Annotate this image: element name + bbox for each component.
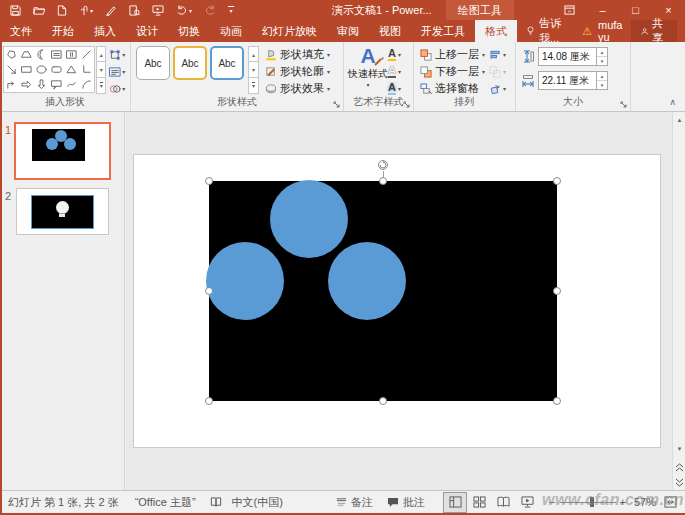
proofing-icon[interactable] [210, 496, 222, 508]
shape-triangle-icon[interactable] [64, 62, 79, 77]
resize-handle-w[interactable] [205, 287, 213, 295]
slide-counter[interactable]: 幻灯片 第 1 张, 共 2 张 [8, 495, 119, 510]
shape-arrow-icon[interactable] [4, 62, 19, 77]
edit-shape-icon[interactable]: ▾ [109, 47, 128, 62]
shape-style-thumb-1[interactable]: Abc [136, 46, 170, 80]
tell-me-box[interactable]: 告诉我... [517, 20, 582, 42]
shape-arrow-right-icon[interactable] [19, 77, 34, 92]
shape-moon-icon[interactable] [34, 47, 49, 62]
black-rectangle-shape[interactable] [209, 181, 557, 401]
height-spinner[interactable]: ▴▾ [596, 48, 607, 65]
shape-rounded-rectangle-icon[interactable] [49, 62, 64, 77]
blue-circle-top[interactable] [270, 180, 348, 258]
shape-width-input[interactable]: 22.11厘米 ▴▾ [538, 71, 608, 90]
print-preview-icon[interactable] [129, 5, 140, 16]
touch-mode-icon[interactable]: ▾ [79, 5, 93, 16]
shape-outline-button[interactable]: 形状轮廓▾ [263, 63, 332, 80]
shape-corner-icon[interactable] [79, 62, 94, 77]
text-effects-button[interactable]: A▾ [388, 80, 401, 96]
style-more-icon[interactable]: ▾ [248, 78, 259, 94]
style-scroll-down-icon[interactable]: ▾ [248, 62, 259, 78]
shape-elbow-connector-icon[interactable] [4, 77, 19, 92]
minimize-icon[interactable]: – [586, 0, 619, 20]
language-indicator[interactable]: 中文(中国) [232, 495, 283, 510]
shape-oval-icon[interactable] [34, 62, 49, 77]
blue-circle-left[interactable] [206, 242, 284, 320]
resize-handle-nw[interactable] [205, 177, 213, 185]
tab-insert[interactable]: 插入 [84, 20, 126, 42]
shape-freeform-icon[interactable] [4, 47, 19, 62]
gallery-scroll-up-icon[interactable]: ▴ [96, 46, 106, 62]
tab-design[interactable]: 设计 [126, 20, 168, 42]
send-backward-button[interactable]: 下移一层▾ [420, 63, 485, 80]
maximize-icon[interactable]: □ [619, 0, 652, 20]
notes-button[interactable]: 备注 [336, 495, 373, 510]
tab-animations[interactable]: 动画 [210, 20, 252, 42]
slide-2-thumbnail[interactable] [16, 188, 109, 235]
shape-textbox-icon[interactable] [49, 47, 64, 62]
bring-forward-button[interactable]: 上移一层▾ [420, 46, 485, 63]
theme-name[interactable]: “Office 主题” [135, 495, 196, 510]
scroll-up-icon[interactable]: ▴ [673, 113, 685, 126]
shape-height-input[interactable]: 14.08厘米 ▴▾ [538, 47, 608, 66]
rotation-handle-icon[interactable] [377, 159, 390, 172]
slide-editing-surface[interactable] [133, 154, 661, 448]
text-fill-button[interactable]: A▾ [388, 46, 401, 62]
merge-shapes-icon[interactable]: ▾ [109, 81, 128, 96]
vertical-scrollbar[interactable]: ▴ ▾ [672, 112, 685, 490]
shape-style-thumb-2[interactable]: Abc [173, 46, 207, 80]
tab-developer[interactable]: 开发工具 [411, 20, 475, 42]
shape-style-thumb-3[interactable]: Abc [210, 46, 244, 80]
shape-trapezoid-icon[interactable] [19, 47, 34, 62]
tab-file[interactable]: 文件 [0, 20, 42, 42]
next-slide-icon[interactable] [673, 476, 685, 489]
shape-scribble-icon[interactable] [64, 77, 79, 92]
redo-icon[interactable] [204, 5, 216, 15]
ink-pen-icon[interactable] [105, 5, 117, 16]
text-box-icon[interactable]: ▾ [109, 64, 128, 79]
resize-handle-ne[interactable] [553, 177, 561, 185]
collapse-ribbon-icon[interactable]: ∧ [669, 97, 676, 107]
start-slideshow-icon[interactable] [152, 5, 164, 16]
reading-view-icon[interactable] [491, 492, 515, 513]
shape-arrow-down-icon[interactable] [34, 77, 49, 92]
shape-callout-icon[interactable] [49, 77, 64, 92]
resize-handle-sw[interactable] [205, 397, 213, 405]
slide-sorter-icon[interactable] [467, 492, 491, 513]
resize-handle-e[interactable] [553, 287, 561, 295]
resize-handle-se[interactable] [553, 397, 561, 405]
gallery-more-icon[interactable]: ▾ [96, 78, 106, 94]
shape-rectangle-icon[interactable] [19, 62, 34, 77]
scroll-down-icon[interactable]: ▾ [673, 442, 685, 455]
warning-icon[interactable]: ⚠ [582, 25, 592, 38]
slideshow-view-icon[interactable] [515, 492, 539, 513]
normal-view-icon[interactable] [443, 492, 467, 513]
tab-format[interactable]: 格式 [475, 20, 517, 42]
tab-home[interactable]: 开始 [42, 20, 84, 42]
blue-circle-right[interactable] [328, 242, 406, 320]
previous-slide-icon[interactable] [673, 461, 685, 474]
slide-1-thumbnail[interactable] [14, 122, 111, 180]
tab-review[interactable]: 审阅 [327, 20, 369, 42]
shape-vertical-textbox-icon[interactable] [64, 47, 79, 62]
user-name[interactable]: mufa yu [598, 19, 625, 43]
align-button[interactable]: ▾ [489, 46, 506, 63]
tab-transitions[interactable]: 切换 [168, 20, 210, 42]
qat-customize-icon[interactable]: ▾ [228, 6, 234, 14]
share-button[interactable]: 共享 [631, 20, 677, 42]
style-scroll-up-icon[interactable]: ▴ [248, 46, 259, 62]
new-document-icon[interactable] [57, 5, 67, 16]
open-icon[interactable] [33, 5, 45, 16]
resize-handle-n[interactable] [379, 177, 387, 185]
shape-line-icon[interactable] [79, 47, 94, 62]
tab-slideshow[interactable]: 幻灯片放映 [252, 20, 327, 42]
resize-handle-s[interactable] [379, 397, 387, 405]
text-outline-button[interactable]: A▾ [388, 63, 401, 79]
group-objects-button[interactable]: ▾ [489, 63, 506, 80]
save-icon[interactable] [10, 5, 21, 16]
tab-view[interactable]: 视图 [369, 20, 411, 42]
width-spinner[interactable]: ▴▾ [596, 72, 607, 89]
comments-button[interactable]: 批注 [387, 495, 425, 510]
undo-icon[interactable]: ▾ [176, 5, 192, 15]
gallery-scroll-down-icon[interactable]: ▾ [96, 62, 106, 78]
